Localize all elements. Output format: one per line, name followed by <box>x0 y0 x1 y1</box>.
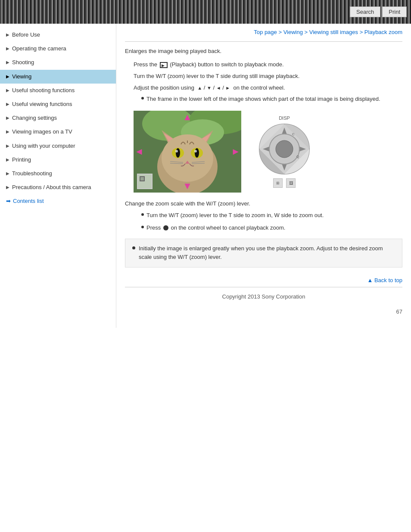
wheel-svg: C Q <box>258 123 310 175</box>
copyright-text: Copyright 2013 Sony Corporation <box>222 293 305 300</box>
sidebar-item-useful-shooting[interactable]: ▶ Useful shooting functions <box>0 84 116 97</box>
header-bar: Search Print <box>0 0 411 24</box>
sidebar-item-viewing-tv[interactable]: ▶ Viewing images on a TV <box>0 125 116 139</box>
zoom-bullet-2-label: Press on the control wheel to cancel pla… <box>146 224 285 233</box>
sidebar-item-before-use[interactable]: ▶ Before Use <box>0 28 116 42</box>
sidebar-label-useful-shooting: Useful shooting functions <box>12 87 75 94</box>
right-arrow-icon: ► <box>225 85 230 90</box>
sidebar-label-using-computer: Using with your computer <box>12 142 75 150</box>
sidebar-arrow-useful-viewing: ▶ <box>6 101 9 107</box>
note-text: Initially the image is enlarged greatly … <box>139 244 395 262</box>
sidebar-arrow-printing: ▶ <box>6 157 9 163</box>
sidebar-item-useful-viewing[interactable]: ▶ Useful viewing functions <box>0 97 116 111</box>
down-arrow-icon: ▼ <box>207 85 212 90</box>
sidebar-arrow-troubleshooting: ▶ <box>6 171 9 177</box>
sidebar-label-viewing-tv: Viewing images on a TV <box>12 128 72 136</box>
control-wheel: C Q <box>258 123 310 175</box>
sidebar-arrow-changing: ▶ <box>6 115 9 121</box>
footer: Copyright 2013 Sony Corporation <box>125 289 402 304</box>
breadcrumb-sep2: > <box>305 29 309 35</box>
back-to-top: ▲ Back to top <box>125 274 402 285</box>
sidebar-label-shooting: Shooting <box>12 59 34 66</box>
svg-text:Q: Q <box>296 155 299 159</box>
arrow-left-icon: ◄ <box>134 146 144 157</box>
page-number: 67 <box>125 304 402 319</box>
frame-inner <box>140 176 145 181</box>
sidebar-item-precautions[interactable]: ▶ Precautions / About this camera <box>0 180 116 194</box>
bullet-frame-label: The frame in the lower left of the image… <box>146 95 380 104</box>
up-arrow-icon: ▲ <box>197 85 202 90</box>
breadcrumb-viewing[interactable]: Viewing <box>283 29 303 35</box>
breadcrumb-playback-zoom: Playback zoom <box>364 29 402 35</box>
sidebar-item-operating-camera[interactable]: ▶ Operating the camera <box>0 42 116 56</box>
bullet-dot-zoom2 <box>141 226 144 228</box>
top-divider <box>125 41 402 42</box>
sidebar-label-viewing: Viewing <box>12 73 31 81</box>
sidebar-arrow-viewing-tv: ▶ <box>6 129 9 135</box>
footer-divider <box>125 287 402 287</box>
breadcrumb-top-page[interactable]: Top page <box>254 29 277 35</box>
note-dot <box>132 246 135 249</box>
sidebar-arrow-using-computer: ▶ <box>6 143 9 149</box>
back-to-top-link[interactable]: ▲ Back to top <box>367 277 402 283</box>
print-button[interactable]: Print <box>382 6 407 17</box>
search-button[interactable]: Search <box>350 6 380 17</box>
svg-point-14 <box>175 150 178 152</box>
breadcrumb-sep1: > <box>278 29 283 35</box>
zoom-bullet-1: Turn the W/T (zoom) lever to the T side … <box>141 211 402 220</box>
step-3: Adjust the position using ▲ / ▼ / ◄ / ► … <box>134 84 402 93</box>
sidebar-arrow-operating: ▶ <box>6 46 9 52</box>
content-area: Top page > Viewing > Viewing still image… <box>116 24 411 328</box>
sidebar-item-troubleshooting[interactable]: ▶ Troubleshooting <box>0 167 116 180</box>
svg-point-12 <box>176 148 180 158</box>
sidebar-item-viewing[interactable]: ▶ Viewing <box>0 70 116 84</box>
frame-indicator <box>137 174 153 189</box>
sidebar-item-shooting[interactable]: ▶ Shooting <box>0 56 116 69</box>
sidebar-item-printing[interactable]: ▶ Printing <box>0 153 116 167</box>
arrow-top-icon: ▲ <box>183 112 192 123</box>
sidebar-label-precautions: Precautions / About this camera <box>12 184 91 191</box>
arrow-bottom-icon: ▼ <box>183 180 192 192</box>
bullet-dot-1 <box>141 97 144 100</box>
svg-point-15 <box>194 150 197 152</box>
svg-text:C: C <box>292 132 295 136</box>
sidebar-label-useful-viewing: Useful viewing functions <box>12 100 72 108</box>
sidebar-arrow-precautions: ▶ <box>6 184 9 190</box>
sidebar-arrow-before-use: ▶ <box>6 32 9 38</box>
note-box: Initially the image is enlarged greatly … <box>125 239 402 268</box>
sidebar-item-changing-settings[interactable]: ▶ Changing settings <box>0 111 116 125</box>
step-1: Press the (Playback) button to switch to… <box>134 60 402 69</box>
zoom-bullet-1-label: Turn the W/T (zoom) lever to the T side … <box>146 211 324 220</box>
contents-list-label: Contents list <box>13 198 44 204</box>
page-intro: Enlarges the image being played back. <box>125 48 402 54</box>
breadcrumb-viewing-still[interactable]: Viewing still images <box>309 29 358 35</box>
cat-image: ▲ ▼ ◄ ► <box>134 111 241 193</box>
sidebar-arrow-useful-shooting: ▶ <box>6 87 9 93</box>
playback-icon <box>160 62 168 68</box>
control-wheel-area: DISP <box>250 111 319 193</box>
sidebar-label-operating: Operating the camera <box>12 45 66 53</box>
wheel-icon-1: ⊞ <box>273 178 283 188</box>
sidebar-item-using-computer[interactable]: ▶ Using with your computer <box>0 139 116 153</box>
sidebar-label-troubleshooting: Troubleshooting <box>12 170 52 177</box>
zoom-section-label: Change the zoom scale with the W/T (zoom… <box>125 199 402 208</box>
sidebar-label-printing: Printing <box>12 156 31 164</box>
image-row: ▲ ▼ ◄ ► DISP <box>134 111 402 193</box>
breadcrumb: Top page > Viewing > Viewing still image… <box>125 24 402 40</box>
contents-list-link[interactable]: ➡ Contents list <box>0 194 116 208</box>
step-2: Turn the W/T (zoom) lever to the T side … <box>134 72 402 81</box>
note-bullet: Initially the image is enlarged greatly … <box>132 244 395 262</box>
sidebar-arrow-viewing: ▶ <box>6 74 9 80</box>
svg-point-13 <box>195 148 199 158</box>
circle-button-icon <box>163 225 168 230</box>
breadcrumb-sep3: > <box>360 29 364 35</box>
sidebar-arrow-shooting: ▶ <box>6 59 9 65</box>
bullet-dot-zoom1 <box>141 213 144 216</box>
svg-point-27 <box>276 140 293 158</box>
arrow-right-icon: ► <box>231 146 240 157</box>
disp-label: DISP <box>279 115 290 121</box>
header-buttons: Search Print <box>350 6 407 17</box>
sidebar-label-before-use: Before Use <box>12 31 40 39</box>
zoom-bullet-2: Press on the control wheel to cancel pla… <box>141 224 402 233</box>
sidebar: ▶ Before Use ▶ Operating the camera ▶ Sh… <box>0 24 116 328</box>
